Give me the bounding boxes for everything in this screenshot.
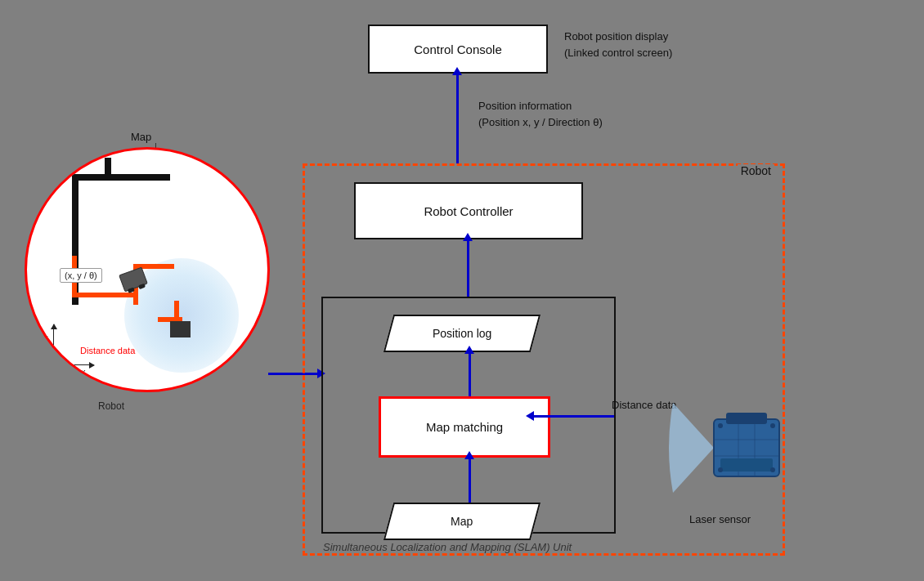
robot-controller-box: Robot Controller [354, 182, 583, 239]
position-info-line1: Position information [478, 98, 603, 114]
slam-label: Simultaneous Localization and Mapping (S… [323, 541, 572, 553]
map-label: Map [131, 131, 151, 143]
y-axis-label: y [43, 333, 48, 342]
block-diagram: Control Console Robot position display (… [303, 16, 875, 572]
svg-point-10 [770, 467, 775, 472]
x-axis-label: x [81, 367, 86, 377]
x-axis [53, 364, 94, 365]
robot-left-label: Robot [98, 400, 124, 412]
wall-h1 [72, 174, 170, 181]
robot-dashed-box: Robot Robot Controller Position log Map … [303, 163, 785, 556]
orange-h1 [72, 293, 137, 297]
control-console-label: Control Console [414, 42, 502, 56]
svg-point-8 [770, 423, 775, 428]
arrow-map-to-mm [469, 458, 471, 503]
position-info-line2: (Position x, y / Direction θ) [478, 114, 603, 131]
position-log-shape: Position log [384, 315, 540, 352]
arrow-mm-to-poslog [469, 352, 471, 397]
arrow-rc-to-console [456, 74, 459, 163]
position-log-label: Position log [433, 327, 491, 340]
obstacle-box [170, 321, 191, 337]
svg-rect-6 [720, 458, 773, 472]
position-info-text: Position information (Position x, y / Di… [478, 98, 603, 130]
control-console-box: Control Console [368, 25, 548, 74]
svg-point-9 [718, 467, 723, 472]
distance-arrow-line [532, 415, 614, 418]
robot-controller-label: Robot Controller [424, 204, 513, 218]
map-shape: Map [384, 503, 540, 540]
arrow-slam-to-rc [467, 239, 469, 297]
distance-arrowhead [526, 411, 534, 421]
robot-position-line2: (Linked control screen) [564, 45, 672, 61]
robot-dashed-label: Robot [738, 164, 774, 177]
laser-sensor-label: Laser sensor [689, 513, 751, 525]
wall-v2 [105, 158, 111, 178]
svg-rect-1 [726, 413, 767, 424]
robot-position-line1: Robot position display [564, 29, 672, 45]
robot-circle: (x, y / θ) y x Distance data [25, 147, 270, 392]
laser-fan-svg [665, 395, 828, 501]
svg-point-7 [718, 423, 723, 428]
xy-theta-label: (x, y / θ) [60, 268, 102, 283]
map-matching-label: Map matching [426, 420, 503, 434]
distance-data-left-label: Distance data [80, 346, 135, 355]
y-axis [53, 324, 54, 365]
map-shape-label: Map [451, 515, 473, 528]
laser-sensor-area: Laser sensor [665, 395, 828, 525]
map-matching-box: Map matching [379, 396, 550, 458]
robot-diagram: Map (x, y / θ) y [25, 147, 286, 409]
robot-position-text: Robot position display (Linked control s… [564, 29, 672, 60]
